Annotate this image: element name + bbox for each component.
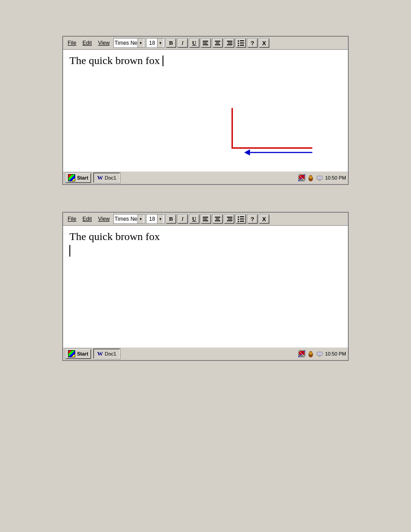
editor-text-2: The quick brown fox <box>69 230 342 243</box>
size-dropdown-arrow-1[interactable]: ▼ <box>157 39 163 47</box>
font-selector-2[interactable]: Times Ne ▼ <box>113 214 145 224</box>
size-selector-1[interactable]: 18 ▼ <box>146 38 165 48</box>
align-right-button-1[interactable] <box>224 38 235 48</box>
drawing-canvas-1 <box>63 50 348 171</box>
close-button-2[interactable]: X <box>259 214 270 224</box>
tray-icon-2 <box>307 174 314 181</box>
close-button-1[interactable]: X <box>259 38 270 48</box>
align-left-button-2[interactable] <box>201 214 211 224</box>
doc-icon-2: W <box>97 350 103 357</box>
svg-rect-17 <box>318 353 321 355</box>
tray-icon-4 <box>298 350 305 357</box>
taskbar-right-2: 10:50 PM <box>298 350 346 357</box>
align-left-icon-1 <box>203 41 209 45</box>
align-center-button-2[interactable] <box>212 214 223 224</box>
size-dropdown-arrow-2[interactable]: ▼ <box>157 215 163 223</box>
help-button-2[interactable]: ? <box>247 214 258 224</box>
italic-button-1[interactable]: I <box>177 38 188 48</box>
window-2: File Edit View Times Ne ▼ 18 ▼ B I U <box>62 212 349 361</box>
menu-edit-1[interactable]: Edit <box>80 39 94 47</box>
menu-view-2[interactable]: View <box>95 215 112 223</box>
text-cursor-2 <box>69 245 70 257</box>
menu-file-2[interactable]: File <box>65 215 79 223</box>
taskbar-1: Start W Doc1 <box>63 171 348 184</box>
menu-view-1[interactable]: View <box>95 39 112 47</box>
taskbar-doc-1[interactable]: W Doc1 <box>93 172 120 183</box>
list-button-1[interactable] <box>235 38 246 48</box>
blue-arrow-head <box>244 149 250 155</box>
align-center-icon-1 <box>214 41 221 45</box>
help-button-1[interactable]: ? <box>247 38 258 48</box>
clock-1: 10:50 PM <box>325 175 346 180</box>
start-icon-2 <box>68 350 75 357</box>
list-button-2[interactable] <box>235 214 246 224</box>
toolbar-1: File Edit View Times Ne ▼ 18 ▼ B I U <box>63 37 348 50</box>
font-dropdown-arrow-2[interactable]: ▼ <box>137 215 144 223</box>
tray-icon-6 <box>316 350 323 357</box>
taskbar-doc-2[interactable]: W Doc1 <box>93 348 120 359</box>
start-icon-1 <box>68 174 75 181</box>
align-right-icon-1 <box>226 41 232 45</box>
tray-icon-5 <box>307 350 314 357</box>
align-center-button-1[interactable] <box>212 38 223 48</box>
start-button-2[interactable]: Start <box>65 348 91 359</box>
svg-rect-7 <box>318 177 321 179</box>
list-icon-2 <box>238 216 244 222</box>
size-selector-2[interactable]: 18 ▼ <box>146 214 165 224</box>
italic-button-2[interactable]: I <box>177 214 188 224</box>
toolbar-2: File Edit View Times Ne ▼ 18 ▼ B I U <box>63 213 348 226</box>
taskbar-right-1: 10:50 PM <box>298 174 346 181</box>
start-button-1[interactable]: Start <box>65 172 91 183</box>
underline-button-1[interactable]: U <box>189 38 200 48</box>
align-left-icon-2 <box>203 217 209 221</box>
align-left-button-1[interactable] <box>201 38 211 48</box>
align-right-button-2[interactable] <box>224 214 235 224</box>
taskbar-2: Start W Doc1 <box>63 347 348 360</box>
editor-area-2[interactable]: The quick brown fox <box>63 226 348 347</box>
editor-text-1: The quick brown fox <box>69 54 342 67</box>
text-cursor-1 <box>163 56 163 66</box>
font-dropdown-arrow-1[interactable]: ▼ <box>137 39 144 47</box>
align-right-icon-2 <box>226 217 232 221</box>
editor-area-1[interactable]: The quick brown fox <box>63 50 348 171</box>
window-1: File Edit View Times Ne ▼ 18 ▼ B I U <box>62 36 349 185</box>
doc-icon-1: W <box>97 174 103 181</box>
underline-button-2[interactable]: U <box>189 214 200 224</box>
font-selector-1[interactable]: Times Ne ▼ <box>113 38 145 48</box>
menu-edit-2[interactable]: Edit <box>80 215 94 223</box>
tray-icon-3 <box>316 174 323 181</box>
red-line <box>232 108 313 148</box>
menu-file-1[interactable]: File <box>65 39 79 47</box>
bold-button-2[interactable]: B <box>166 214 176 224</box>
align-center-icon-2 <box>214 217 221 221</box>
bold-button-1[interactable]: B <box>166 38 176 48</box>
clock-2: 10:50 PM <box>325 351 346 356</box>
tray-icon-1 <box>298 174 305 181</box>
list-icon-1 <box>238 40 244 46</box>
